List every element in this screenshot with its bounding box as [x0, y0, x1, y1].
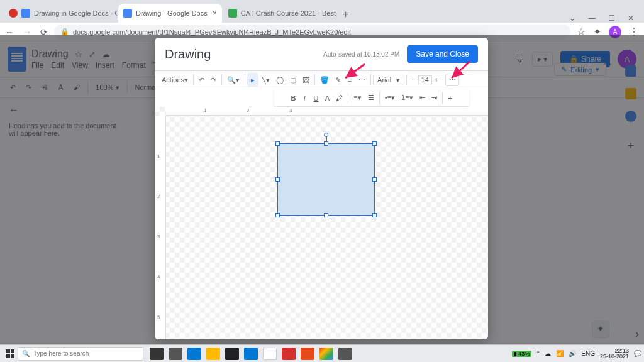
horizontal-ruler: 1 2 3 [166, 107, 488, 116]
more-options-button[interactable]: ⋯ [445, 74, 459, 86]
numbered-list-icon[interactable]: 1≡▾ [398, 91, 416, 105]
undo-icon[interactable]: ↶ [196, 73, 208, 87]
line-spacing-icon[interactable]: ☰ [365, 91, 377, 105]
autosave-status: Auto-saved at 10:13:02 PM [323, 51, 399, 58]
shape-tool-icon[interactable]: ◯ [273, 73, 287, 87]
app-icon[interactable] [338, 348, 352, 360]
docs-favicon-icon [123, 9, 132, 18]
modal-title: Drawing [165, 47, 211, 62]
selected-rectangle-shape[interactable] [277, 143, 375, 216]
drawing-canvas[interactable]: 1 2 3 1 2 3 4 5 6 [155, 107, 488, 339]
docs-favicon-icon [21, 9, 30, 18]
language-indicator[interactable]: ENG [581, 350, 595, 357]
resize-handle[interactable] [275, 213, 280, 217]
tab-title: Drawing - Google Docs [136, 9, 208, 17]
align-icon[interactable]: ≡▾ [350, 91, 364, 105]
start-button[interactable] [3, 348, 18, 360]
windows-taskbar: 🔍 Type here to search ▮ 43% ˄ ☁ 📶 🔊 ENG … [0, 344, 644, 362]
increase-indent-icon[interactable]: ⇥ [428, 91, 440, 105]
drawing-toolbar: Actions ▾ ↶ ↷ 🔍▾ ▸ ╲▾ ◯ ▢ 🖼 🪣 ✎ ≡ ⋯ Aria… [155, 70, 488, 89]
underline-icon[interactable]: U [310, 91, 321, 105]
clock[interactable]: 22:13 25-10-2021 [600, 348, 629, 359]
close-window-icon[interactable]: ✕ [628, 14, 634, 23]
url-text: docs.google.com/document/d/1Nsqaf4_PGevS… [73, 28, 351, 36]
app-icon[interactable] [263, 348, 277, 360]
close-icon[interactable]: × [213, 9, 217, 18]
office-icon[interactable] [301, 348, 314, 360]
maximize-icon[interactable]: ☐ [608, 14, 615, 23]
resize-handle[interactable] [372, 213, 377, 217]
border-weight-icon[interactable]: ≡ [344, 73, 355, 87]
sheets-favicon-icon [228, 9, 237, 18]
cortana-icon[interactable] [150, 348, 164, 360]
font-size-input[interactable]: 14 [418, 75, 432, 84]
tray-expand-icon[interactable]: ˄ [536, 350, 540, 357]
search-icon: 🔍 [22, 350, 30, 357]
increase-size-icon[interactable]: + [432, 76, 441, 84]
decrease-indent-icon[interactable]: ⇤ [416, 91, 428, 105]
resize-handle[interactable] [324, 141, 328, 146]
volume-icon[interactable]: 🔊 [569, 350, 576, 357]
browser-tabstrip: Drawing in Google Docs - Googl × Drawing… [0, 0, 644, 23]
browser-tab-active[interactable]: Drawing - Google Docs × [118, 4, 222, 23]
redo-icon[interactable]: ↷ [208, 73, 219, 87]
zoom-icon[interactable]: 🔍▾ [224, 73, 243, 87]
italic-icon[interactable]: I [299, 91, 310, 105]
wifi-icon[interactable]: 📶 [556, 350, 564, 357]
battery-indicator[interactable]: ▮ 43% [512, 351, 532, 357]
bold-icon[interactable]: B [287, 91, 299, 105]
search-placeholder: Type here to search [33, 350, 89, 357]
image-tool-icon[interactable]: 🖼 [299, 73, 313, 87]
save-and-close-button[interactable]: Save and Close [407, 45, 478, 63]
resize-handle[interactable] [372, 177, 377, 182]
select-tool-icon[interactable]: ▸ [247, 73, 258, 87]
taskbar-pinned [150, 348, 352, 360]
font-size-control[interactable]: − 14 + [409, 75, 441, 84]
font-select[interactable]: Arial▾ [373, 75, 404, 85]
clear-format-icon[interactable]: T [445, 91, 456, 105]
browser-tab[interactable]: CAT Crash Course 2021 - Best o × [223, 4, 336, 23]
highlight-icon[interactable]: 🖍 [333, 91, 346, 105]
decrease-size-icon[interactable]: − [409, 76, 418, 84]
chrome-icon[interactable] [319, 348, 333, 360]
bullet-list-icon[interactable]: •≡▾ [382, 91, 398, 105]
taskview-icon[interactable] [169, 348, 182, 360]
new-tab-button[interactable]: + [338, 6, 354, 23]
rotate-handle[interactable] [324, 133, 328, 137]
drawing-toolbar-row2: B I U A 🖍 ≡▾ ☰ •≡▾ 1≡▾ ⇤ ⇥ T [274, 89, 469, 107]
border-color-icon[interactable]: ✎ [332, 73, 344, 87]
resize-handle[interactable] [275, 141, 280, 146]
textbox-tool-icon[interactable]: ▢ [287, 73, 299, 87]
tab-title: CAT Crash Course 2021 - Best o [241, 9, 336, 17]
cloud-sync-icon[interactable]: ☁ [545, 350, 551, 357]
drawing-modal: Drawing Auto-saved at 10:13:02 PM Save a… [155, 38, 488, 339]
resize-handle[interactable] [275, 177, 280, 182]
store-icon[interactable] [225, 348, 239, 360]
record-icon [9, 9, 18, 18]
tab-title: Drawing in Google Docs - Googl [34, 9, 117, 17]
border-dash-icon[interactable]: ⋯ [355, 73, 369, 87]
explorer-icon[interactable] [206, 348, 220, 360]
window-controls: ⌄ — ☐ ✕ [569, 14, 640, 23]
mail-icon[interactable] [244, 348, 258, 360]
system-tray: ▮ 43% ˄ ☁ 📶 🔊 ENG 22:13 25-10-2021 💬 [512, 348, 641, 359]
chevron-down-icon[interactable]: ⌄ [569, 14, 575, 23]
taskbar-search[interactable]: 🔍 Type here to search [18, 347, 143, 361]
mcafee-icon[interactable] [282, 348, 296, 360]
resize-handle[interactable] [372, 141, 377, 146]
notifications-icon[interactable]: 💬 [634, 350, 641, 357]
browser-tab[interactable]: Drawing in Google Docs - Googl × [4, 4, 117, 23]
minimize-icon[interactable]: — [588, 14, 596, 23]
actions-menu[interactable]: Actions ▾ [158, 73, 191, 87]
fill-color-icon[interactable]: 🪣 [317, 73, 332, 87]
line-tool-icon[interactable]: ╲▾ [258, 73, 273, 87]
vertical-ruler: 1 2 3 4 5 6 [155, 116, 166, 339]
edge-icon[interactable] [187, 348, 201, 360]
resize-handle[interactable] [324, 213, 328, 217]
text-color-icon[interactable]: A [321, 91, 333, 105]
